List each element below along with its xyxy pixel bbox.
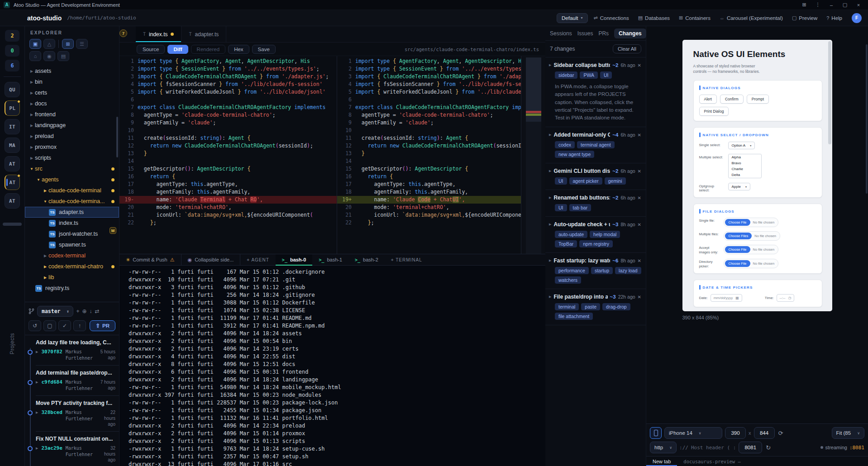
nav-help[interactable]: ?Help xyxy=(822,14,846,23)
tree-folder-codex-terminal-chatro[interactable]: ▶codex-terminal-chatro xyxy=(25,261,119,272)
device-mode-button[interactable] xyxy=(650,427,662,439)
nav-containers[interactable]: ⊞Containers xyxy=(675,13,715,23)
optgroup-select[interactable]: Apple▾ xyxy=(728,183,750,190)
terminal-tab-bash-0[interactable]: >_bash-0 xyxy=(276,254,313,265)
commit-item-0[interactable]: Add lazy file tree loading, C...▶3070f82… xyxy=(36,335,119,366)
default-dropdown[interactable]: Default▾ xyxy=(557,13,587,23)
commit-item-1[interactable]: Add terminal file paste/drop...▶c9fd684M… xyxy=(36,366,119,396)
listbox-option[interactable]: Alpha xyxy=(729,154,761,160)
code-line-left-17[interactable]: 17 agentType: this.agentType, xyxy=(119,181,337,188)
listbox-option[interactable]: Bravo xyxy=(729,160,761,166)
choose-file-button[interactable]: Choose File xyxy=(725,219,750,226)
view-list-button[interactable]: ☰ xyxy=(76,39,88,49)
code-line-left-19[interactable]: 19- name: 'Claude Terminal + Chat RO', xyxy=(119,196,337,204)
change-item-1[interactable]: ▶Added terminal-only Code...~46h ago✕cod… xyxy=(545,127,646,163)
check-icon[interactable]: ✓ xyxy=(58,320,71,331)
multiple-select-listbox[interactable]: AlphaBravoCharlieDelta xyxy=(728,154,762,178)
code-line-right-2[interactable]: 2import type { SessionEvent } from '../.… xyxy=(337,65,521,73)
file-input[interactable]: Choose FileNo file chosen xyxy=(724,218,779,227)
choose-file-button[interactable]: Choose File xyxy=(725,260,750,267)
tree-file-spawner-ts[interactable]: TSspawner.ts xyxy=(25,239,119,250)
close-icon[interactable]: ✕ xyxy=(638,295,641,300)
maximize-button[interactable]: ▢ xyxy=(839,1,851,9)
tree-folder-claude-code-terminal[interactable]: ▶claude-code-terminal xyxy=(25,185,119,196)
layout-tree-button[interactable]: △ xyxy=(43,39,55,49)
code-line-left-12[interactable]: 12 return new ClaudeCodeTerminalChatROAg… xyxy=(119,142,337,150)
commit-hash[interactable]: c9fd684 xyxy=(41,379,62,385)
project-button-at-4[interactable]: AT xyxy=(5,156,20,171)
tree-file-adapter-ts[interactable]: TSadapter.ts xyxy=(25,207,119,218)
preview-tab-docusaurus-preview-[interactable]: docusaurus-preview — xyxy=(677,456,747,466)
code-line-right-12[interactable]: 12 return new ClaudeCodeTerminalChatROAg… xyxy=(337,142,521,150)
single-select[interactable]: Option A▾ xyxy=(728,142,755,149)
toolbar-hex-button[interactable]: Hex xyxy=(228,45,249,54)
port-input[interactable]: 8081 xyxy=(739,442,762,453)
chevron-right-icon[interactable]: ▶ xyxy=(549,295,551,299)
pull-icon[interactable]: ↓ xyxy=(89,308,92,314)
commit-item-3[interactable]: Fix NOT NULL constraint on...▶23ac29eMar… xyxy=(36,432,119,466)
preview-tab-new-tab[interactable]: New tab xyxy=(646,456,677,466)
rotate-icon[interactable]: ⟳ xyxy=(778,430,783,437)
tree-folder-certs[interactable]: ▶certs xyxy=(25,87,119,98)
rail-counter-2[interactable]: 6 xyxy=(5,60,19,71)
code-line-left-16[interactable]: 16 return { xyxy=(119,173,337,181)
commit-hash[interactable]: 23ac29e xyxy=(41,445,62,451)
terminal-tab-bash-2[interactable]: >_bash-2 xyxy=(348,254,385,265)
tab-changes[interactable]: Changes xyxy=(614,29,646,38)
add-icon[interactable]: + xyxy=(76,308,79,314)
change-item-4[interactable]: ▶Auto-update check + upd...~38h ago✕auto… xyxy=(545,217,646,253)
terminal-tab--agent[interactable]: + AGENT xyxy=(240,254,276,265)
commit-hash[interactable]: 328bced xyxy=(41,409,62,415)
code-line-left-13[interactable]: 13 } xyxy=(119,150,337,157)
close-button[interactable]: × xyxy=(853,1,864,9)
tree-folder-proxmox[interactable]: ▶proxmox xyxy=(25,142,119,152)
terminal-tab-collapsible-side-[interactable]: ◉Collapsible side... xyxy=(181,254,241,265)
tree-folder-frontend[interactable]: ▶frontend xyxy=(25,109,119,120)
dialog-print-dialog-button[interactable]: Print Dialog xyxy=(699,107,729,116)
rail-counter-1[interactable]: 0 xyxy=(5,45,19,57)
choose-file-button[interactable]: Choose File xyxy=(725,246,750,253)
nav-preview[interactable]: ▢Preview xyxy=(788,13,821,23)
code-line-right-6[interactable]: 6 xyxy=(337,96,521,104)
code-line-left-4[interactable]: 4import { fsSessionScanner } from '../li… xyxy=(119,81,337,88)
terminal[interactable]: -rw-rw-r-- 1 furti furti 167 Mar 15 01:1… xyxy=(119,266,545,466)
rail-counter-0[interactable]: 2 xyxy=(5,30,19,42)
tree-file-index-ts[interactable]: TSindex.ts xyxy=(25,218,119,228)
project-button-qu-0[interactable]: QU xyxy=(5,82,20,97)
code-line-left-5[interactable]: 5import { writeForkedClaudeJsonl } from … xyxy=(119,88,337,96)
code-line-left-15[interactable]: 15 getDescriptor(): AgentDescriptor { xyxy=(119,165,337,173)
device-mockup[interactable]: Native OS UI Elements A showcase of styl… xyxy=(682,40,832,311)
diff-left-pane[interactable]: 1import type { AgentFactory, Agent, Agen… xyxy=(119,56,337,254)
diff-right-pane[interactable]: 1import type { AgentFactory, Agent, Agen… xyxy=(337,56,521,254)
zoom-fit-select[interactable]: Fit (85∨ xyxy=(832,427,864,439)
choose-file-button[interactable]: Choose Files xyxy=(725,233,752,239)
minimap[interactable] xyxy=(521,56,545,254)
dialog-prompt-button[interactable]: Prompt xyxy=(747,95,769,104)
toolbar-rendered-button[interactable]: Rendered xyxy=(191,45,226,54)
project-button-at-5[interactable]: AT xyxy=(5,175,20,190)
change-item-5[interactable]: ▶Fast startup: lazy watcher...~68h ago✕p… xyxy=(545,253,646,289)
tree-folder-docs[interactable]: ▶docs xyxy=(25,98,119,109)
avatar[interactable]: F xyxy=(852,13,862,23)
code-line-left-14[interactable]: 14 xyxy=(119,157,337,165)
tree-folder-claude-code-termina-[interactable]: ▼claude-code-termina... xyxy=(25,196,119,207)
code-line-right-16[interactable]: 16 return { xyxy=(337,173,521,181)
code-line-left-3[interactable]: 3import { ClaudeCodeTerminalChatROAgent … xyxy=(119,73,337,81)
view-grid-button[interactable]: ⊞ xyxy=(62,39,74,49)
code-line-right-3[interactable]: 3import { ClaudeCodeTerminalChatROAgent … xyxy=(337,73,521,81)
filter-target-button[interactable]: ◉ xyxy=(43,51,55,61)
add-circle-icon[interactable]: ⊕ xyxy=(82,308,86,314)
editor-tab-adapter-ts[interactable]: Tadapter.ts xyxy=(181,26,226,42)
code-line-right-20[interactable]: 20 mode: 'terminal+chatRO', xyxy=(337,204,521,211)
close-icon[interactable]: ✕ xyxy=(638,133,641,138)
menu-kebab-icon[interactable]: ⋮ xyxy=(812,1,824,9)
commit-item-2[interactable]: Move PTY activity tracking f...▶328bcedM… xyxy=(36,396,119,432)
toolbar-save-button[interactable]: Save xyxy=(252,45,276,54)
code-line-left-20[interactable]: 20 mode: 'terminal+chatRO', xyxy=(119,204,337,211)
close-icon[interactable]: ✕ xyxy=(638,169,641,174)
close-icon[interactable]: ✕ xyxy=(638,63,641,68)
listbox-option[interactable]: Delta xyxy=(729,172,761,178)
tree-folder-bin[interactable]: ▶bin xyxy=(25,76,119,87)
project-button-it-2[interactable]: IT xyxy=(5,119,20,134)
code-line-left-2[interactable]: 2import type { SessionEvent } from '../.… xyxy=(119,65,337,73)
